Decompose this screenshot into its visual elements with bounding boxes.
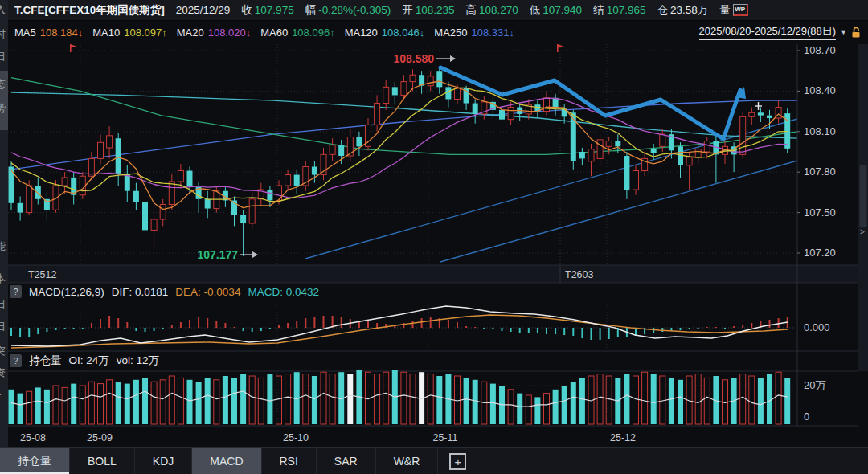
oi-title: 持仓量 [29,353,62,368]
macd-value: MACD: 0.0432 [248,286,319,298]
tab-MACD[interactable]: MACD [192,448,261,474]
svg-text:25-08: 25-08 [20,432,46,443]
wp-logo-badge: WP [733,4,748,16]
svg-text:T2512: T2512 [28,269,56,280]
sidebar-item-clipped[interactable]: 日 [0,50,8,64]
quote-field: 幅-0.28%(-0.305) [305,3,391,18]
sidebar-item-clipped[interactable]: 时 [0,27,8,42]
ma-item: MA5108.184↓ [14,27,83,39]
tab-持仓量[interactable]: 持仓量 [0,448,70,474]
svg-text:107.20: 107.20 [804,247,836,259]
help-icon[interactable]: ? [10,285,22,298]
tab-KDJ[interactable]: KDJ [135,448,192,474]
sidebar-item-clipped[interactable]: 日 [0,297,8,312]
sidebar-item-clipped[interactable]: 日 [0,320,8,334]
oi-panel-header: ? 持仓量 OI: 24万 vol: 12万 [10,353,159,368]
svg-text:108.70: 108.70 [804,44,836,56]
futures-charting-app: { "top_bar": { "symbol": "T.CFE[CFFEX10年… [0,0,868,474]
tab-RSI[interactable]: RSI [262,448,317,474]
macd-panel [8,306,797,348]
quote-field: 结107.965 [593,3,645,18]
svg-text:25-12: 25-12 [610,432,636,443]
tab-W&R[interactable]: W&R [376,448,439,474]
svg-text:107.80: 107.80 [804,165,836,178]
indicator-tabbar: 持仓量BOLLKDJMACDRSISARW&R+ [0,447,868,474]
svg-text:25-09: 25-09 [87,432,113,443]
oi-value: OI: 24万 [69,353,109,368]
quote-field: 开108.235 [402,3,454,18]
sidebar-item-clipped[interactable]: 资 [0,366,8,380]
svg-text:107.50: 107.50 [804,206,836,219]
add-indicator-button[interactable]: + [449,453,466,470]
svg-text:108.580: 108.580 [393,52,434,65]
svg-text:25-10: 25-10 [283,432,309,443]
dea-value: DEA: -0.0034 [175,286,240,298]
ma-legend-row: MA5108.184↓MA10108.097↑MA20108.020↓MA601… [8,22,868,43]
quote-field: 收107.975 [241,3,293,18]
ma-item: MA250108.331↓ [434,27,514,39]
svg-text:107.177: 107.177 [197,248,238,261]
help-icon[interactable]: ? [10,354,22,367]
macd-panel-header: ? MACD(12,26,9) DIF: 0.0181 DEA: -0.0034… [10,285,319,298]
dif-value: DIF: 0.0181 [112,286,169,298]
volume-toggle[interactable]: 量 WP [719,3,748,18]
sidebar-item-clipped[interactable]: 入 [0,2,8,17]
open-interest-panel [9,370,791,424]
ma-item: MA20108.020↓ [177,27,251,39]
vol-value: vol: 12万 [117,353,159,368]
quote-bar: T.CFE[CFFEX10年期国债期货] 2025/12/29 收107.975… [8,0,868,21]
quote-field: 仓23.58万 [657,3,708,18]
right-scroll-rail[interactable]: > [858,44,868,371]
unlock-icon[interactable] [851,27,862,39]
quote-fields: 收107.975幅-0.28%(-0.305)开108.235高108.270低… [241,3,708,18]
quote-field: 高108.270 [466,3,518,18]
ma-item: MA10108.097↑ [92,27,166,39]
svg-text:108.40: 108.40 [804,84,836,96]
quote-date: 2025/12/29 [176,4,231,16]
sidebar-item-clipped[interactable]: 态 [0,77,8,92]
svg-text:25-11: 25-11 [432,432,457,443]
svg-text:108.10: 108.10 [804,125,836,137]
scrollbar-thumb[interactable] [860,165,867,227]
date-range-label: 2025/08/20-2025/12/29(88日) [699,24,837,40]
sidebar-item-clipped[interactable]: 能 [0,239,8,254]
macd-title: MACD(12,26,9) [29,286,104,298]
chart-canvas[interactable]: 108.580107.177108.70108.40108.10107.8010… [0,0,868,474]
date-range-selector[interactable]: 2025/08/20-2025/12/29(88日) ▼ [699,24,862,40]
sidebar-item-clipped[interactable]: 势 [0,101,8,116]
svg-text:20万: 20万 [804,379,825,391]
left-sidebar-collapsed[interactable]: 入时日态势能本日日突资4 [0,0,8,447]
sidebar-item-clipped[interactable]: 4 [0,387,8,399]
sidebar-item-clipped[interactable]: 突 [0,344,8,358]
tab-BOLL[interactable]: BOLL [70,448,135,474]
tab-SAR[interactable]: SAR [317,448,376,474]
sidebar-item-clipped[interactable]: 本 [0,272,8,286]
expand-arrow-icon[interactable]: > [860,227,865,236]
chevron-down-icon: ▼ [840,28,847,36]
ma-item: MA120108.046↓ [345,27,425,39]
quote-field: 低107.940 [530,3,582,18]
svg-text:0: 0 [804,411,809,423]
svg-text:0.000: 0.000 [804,321,830,333]
ma-values: MA5108.184↓MA10108.097↑MA20108.020↓MA601… [14,27,514,39]
ma-item: MA60108.096↑ [260,27,334,39]
svg-text:T2603: T2603 [565,269,593,280]
instrument-title: T.CFE[CFFEX10年期国债期货] [14,3,165,18]
